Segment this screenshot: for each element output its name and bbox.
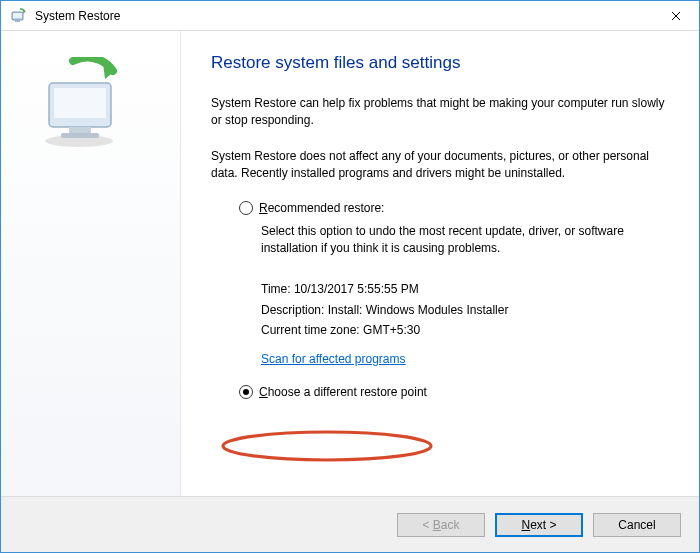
svg-rect-1 [13, 13, 22, 18]
titlebar: System Restore [1, 1, 699, 31]
svg-rect-6 [69, 127, 91, 133]
restore-time: Time: 10/13/2017 5:55:55 PM [261, 279, 665, 299]
restore-description: Description: Install: Windows Modules In… [261, 300, 665, 320]
radio-icon [239, 385, 253, 399]
intro-paragraph-1: System Restore can help fix problems tha… [211, 95, 665, 130]
cancel-button[interactable]: Cancel [593, 513, 681, 537]
restore-timezone: Current time zone: GMT+5:30 [261, 320, 665, 340]
recommended-restore-description: Select this option to undo the most rece… [261, 223, 665, 258]
choose-different-restore-option[interactable]: Choose a different restore point [239, 385, 665, 399]
system-restore-graphic-icon [31, 57, 141, 157]
window-title: System Restore [35, 9, 653, 23]
back-button: < Back [397, 513, 485, 537]
radio-icon [239, 201, 253, 215]
svg-rect-5 [54, 88, 106, 118]
next-button[interactable]: Next > [495, 513, 583, 537]
wizard-footer: < Back Next > Cancel [1, 496, 699, 552]
restore-options: Recommended restore: Select this option … [239, 201, 665, 399]
wizard-sidebar [1, 31, 181, 496]
svg-rect-7 [61, 133, 99, 138]
close-button[interactable] [653, 1, 699, 31]
page-heading: Restore system files and settings [211, 53, 665, 73]
wizard-main: Restore system files and settings System… [181, 31, 699, 496]
restore-point-details: Time: 10/13/2017 5:55:55 PM Description:… [261, 279, 665, 369]
scan-affected-programs-link[interactable]: Scan for affected programs [261, 349, 406, 369]
intro-paragraph-2: System Restore does not affect any of yo… [211, 148, 665, 183]
system-restore-icon [11, 8, 27, 24]
recommended-restore-option[interactable]: Recommended restore: [239, 201, 665, 215]
wizard-body: Restore system files and settings System… [1, 31, 699, 496]
svg-rect-2 [15, 20, 20, 22]
choose-different-restore-label: Choose a different restore point [259, 385, 427, 399]
recommended-restore-label: Recommended restore: [259, 201, 384, 215]
